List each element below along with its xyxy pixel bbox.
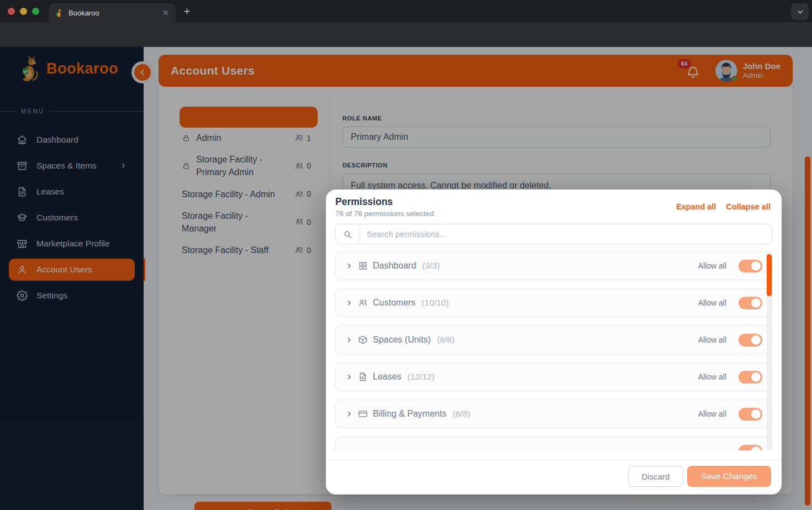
favicon-kangaroo-icon [54,8,64,18]
allow-all-toggle[interactable] [739,445,762,451]
tab-search-button[interactable] [791,3,809,20]
file-icon [358,372,368,382]
chevron-right-icon[interactable] [345,336,353,344]
new-tab-button[interactable] [182,7,192,16]
allow-all-label: Allow all [698,261,726,270]
chevron-right-icon[interactable] [345,373,353,381]
allow-all-label: Allow all [698,298,726,307]
permission-group-row[interactable]: Leases (12/12) Allow all [335,362,772,391]
macos-close-button[interactable] [8,8,15,15]
card-icon [358,409,368,419]
cube-icon [358,335,368,345]
search-placeholder: Search permissions... [359,229,446,239]
chevron-right-icon[interactable] [345,262,353,270]
permission-group-count: (3/3) [422,261,693,271]
allow-all-toggle[interactable] [739,408,762,420]
permission-group-count: (10/10) [421,298,693,308]
people-icon [358,298,368,308]
permission-group-row[interactable]: Customers (10/10) Allow all [335,288,772,317]
browser-toolbar [0,22,812,47]
allow-all-label: Allow all [698,372,726,381]
allow-all-toggle[interactable] [739,260,762,272]
macos-zoom-button[interactable] [32,8,39,15]
macos-minimize-button[interactable] [20,8,27,15]
permission-group-name: Spaces (Units) [373,335,431,345]
permission-group-name: Dashboard [373,261,416,271]
grid-icon [358,261,368,271]
permission-group-row[interactable]: Spaces (Units) (8/8) Allow all [335,325,772,354]
chevron-right-icon[interactable] [345,410,353,418]
modal-footer-divider [326,460,782,460]
search-icon [336,224,359,244]
discard-button[interactable]: Discard [628,466,683,487]
allow-all-label: Allow all [698,409,726,418]
permission-group-row[interactable]: Dashboard (3/3) Allow all [335,251,772,280]
browser-tab[interactable]: Bookaroo [49,3,176,22]
permission-group-count: (8/8) [452,409,693,419]
permission-group-name: Customers [373,298,415,308]
modal-scrollbar-thumb[interactable] [767,254,772,296]
permission-group-count: (8/8) [437,335,693,345]
save-changes-button[interactable]: Save Changes [687,466,771,487]
allow-all-toggle[interactable] [739,297,762,309]
chevron-right-icon[interactable] [345,447,353,450]
permission-groups-list: Dashboard (3/3) Allow all Customers (10/… [335,251,772,450]
allow-all-toggle[interactable] [739,334,762,346]
modal-scrollbar-track[interactable] [767,251,772,450]
tab-close-icon[interactable] [161,8,170,17]
browser-titlebar: Bookaroo [0,0,812,22]
allow-all-label: Allow all [698,335,726,344]
permission-group-name: Billing & Payments [373,409,446,419]
chevron-down-icon [796,8,804,16]
permission-group-name: Leases [373,372,402,382]
permission-group-row[interactable]: Billing & Payments (8/8) Allow all [335,399,772,428]
permissions-title: Permissions [335,196,393,208]
permissions-modal: Permissions 76 of 76 permissions selecte… [326,190,782,495]
expand-all-link[interactable]: Expand all [676,202,716,211]
tab-title: Bookaroo [68,9,156,17]
collapse-all-link[interactable]: Collapse all [726,202,771,211]
permission-group-count: (12/12) [408,372,693,382]
permissions-subtitle: 76 of 76 permissions selected [335,209,434,218]
chevron-right-icon[interactable] [345,299,353,307]
allow-all-toggle[interactable] [739,371,762,383]
permissions-search-input[interactable]: Search permissions... [335,224,772,244]
permission-group-row-clipped[interactable] [335,437,772,450]
